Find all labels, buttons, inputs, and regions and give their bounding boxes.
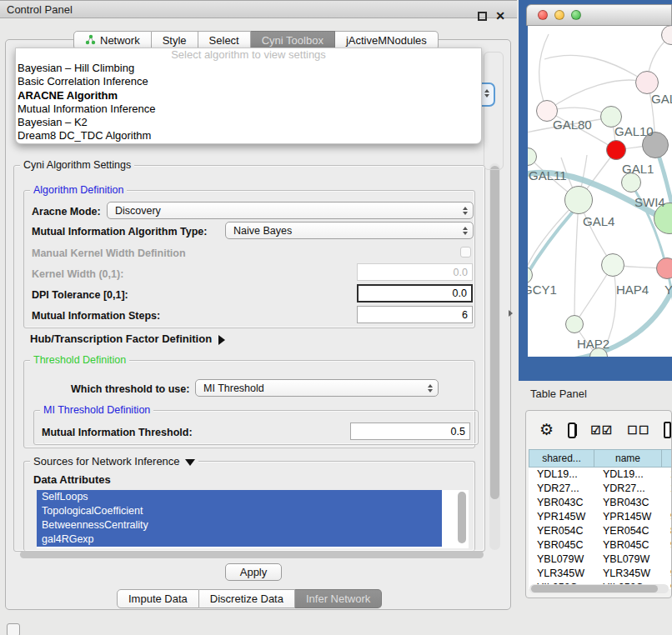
network-window-titlebar[interactable] <box>526 4 672 26</box>
table-row[interactable]: YBR043CYBR043C <box>529 496 672 510</box>
column-header[interactable]: shared... <box>529 449 594 468</box>
which-threshold-combobox[interactable]: MI Threshold <box>195 379 439 397</box>
table-cell: YBR045C <box>594 538 662 552</box>
dropdown-item[interactable]: Bayesian – Hill Climbing <box>16 62 481 75</box>
attr-scroll-thumb[interactable] <box>458 492 466 543</box>
table-row[interactable]: YLR345WYLR345W9. <box>529 567 672 581</box>
aracne-mode-combobox[interactable]: Discovery <box>107 202 474 219</box>
splitpane-arrow[interactable] <box>509 310 513 317</box>
close-icon[interactable]: ✕ <box>495 12 505 21</box>
zoom-traffic-light-icon[interactable] <box>571 10 581 20</box>
mi-threshold-field[interactable]: 0.5 <box>350 422 470 440</box>
tab-impute-data[interactable]: Impute Data <box>117 589 199 608</box>
table-cell: YBR043C <box>594 496 662 510</box>
tab-discretize-data[interactable]: Discretize Data <box>199 589 295 608</box>
table-cell: 12 <box>662 482 672 496</box>
checkbox-unchecked-pair-icon[interactable]: ☐☐ <box>627 423 649 437</box>
dropdown-item[interactable]: ARACNE Algorithm <box>16 89 481 102</box>
attribute-item[interactable]: BetweennessCentrality <box>37 518 442 532</box>
node-label: GAL11 <box>529 168 567 182</box>
attr-items: SelfLoopsTopologicalCoefficientBetweenne… <box>37 490 469 547</box>
checkbox-checked-pair-icon[interactable]: ☑☑ <box>590 423 613 437</box>
minimize-traffic-light-icon[interactable] <box>554 10 564 20</box>
table-rows: YDL19...YDL19...13YDR27...YDR27...12YBR0… <box>529 468 672 589</box>
table-hscroll-thumb[interactable] <box>531 585 658 592</box>
kernel-width-label: Kernel Width (0,1): <box>32 268 123 280</box>
dropdown-item[interactable]: Bayesian – K2 <box>16 116 481 129</box>
table-row[interactable]: YDR27...YDR27...12 <box>529 482 672 496</box>
mi-type-combobox[interactable]: Naive Bayes <box>225 222 474 239</box>
tab-label: Cyni Toolbox <box>262 34 323 47</box>
which-threshold-value: MI Threshold <box>203 382 264 394</box>
tab-label: Infer Network <box>306 592 370 605</box>
dropdown-placeholder: Select algorithm to view settings <box>16 48 481 62</box>
node-label: GAL4 <box>583 214 614 228</box>
hub-section-label: Hub/Transcription Factor Definition <box>30 332 212 345</box>
dropdown-items: Bayesian – Hill ClimbingBasic Correlatio… <box>16 62 481 143</box>
table-cell: YER054C <box>594 524 662 538</box>
threshold-definition-title: Threshold Definition <box>30 354 129 366</box>
node-label: GCY1 <box>528 282 557 297</box>
manual-kernel-checkbox[interactable] <box>460 247 471 258</box>
attr-list-scrollbar[interactable] <box>455 490 469 548</box>
table-cell: YBL079W <box>529 552 594 567</box>
table-cell <box>662 552 672 567</box>
tab-label: jActiveMNodules <box>346 34 427 47</box>
node-label: Y <box>664 282 672 297</box>
table-row[interactable]: YBL079WYBL079W <box>529 552 672 567</box>
dropdown-item[interactable]: Dream8 DC_TDC Algorithm <box>16 129 481 142</box>
dropdown-item[interactable]: Basic Correlation Inference <box>16 75 481 88</box>
attribute-item[interactable]: TopologicalCoefficient <box>37 504 442 518</box>
table-cell: YPR145W <box>594 510 662 524</box>
table-cell: YDR27... <box>529 482 594 496</box>
hub-section-toggle[interactable]: Hub/Transcription Factor Definition <box>30 332 225 345</box>
attribute-item[interactable]: SelfLoops <box>37 490 442 504</box>
tab-infer-network[interactable]: Infer Network <box>295 589 382 608</box>
close-traffic-light-icon[interactable] <box>538 10 548 20</box>
table-cell: 9. <box>662 510 672 524</box>
document-icon[interactable] <box>664 422 671 438</box>
node-table: shared...nameA YDL19...YDL19...13YDR27..… <box>529 449 672 589</box>
table-row[interactable]: YER054CYER054C8. <box>529 524 672 538</box>
columns-icon[interactable] <box>568 422 576 438</box>
table-panel-title: Table Panel <box>530 388 587 400</box>
sources-toggle[interactable]: Sources for Network Inference <box>30 455 198 468</box>
attribute-item[interactable]: gal4RGexp <box>37 532 442 547</box>
algorithm-definition-title: Algorithm Definition <box>30 184 127 196</box>
background-panel-edge <box>484 52 504 170</box>
node-label: HAP4 <box>616 282 649 297</box>
data-attributes-list: SelfLoopsTopologicalCoefficientBetweenne… <box>37 490 469 548</box>
node-label: GAL1 <box>622 162 654 176</box>
column-header[interactable]: name <box>594 449 662 468</box>
bottom-tabs: Impute DataDiscretize DataInfer Network <box>117 589 382 608</box>
settings-horizontal-scroll-thumb[interactable] <box>20 551 484 558</box>
table-cell: YDL19... <box>529 468 594 482</box>
aracne-mode-label: Aracne Mode: <box>32 206 101 218</box>
network-labels: GALGAL80GAL10GAL1GAL11GAL4SWI4GCY1HAP4YH… <box>528 26 672 357</box>
table-header-row: shared...nameA <box>529 449 672 468</box>
mi-steps-field[interactable]: 6 <box>357 306 473 323</box>
network-canvas[interactable]: GALGAL80GAL10GAL1GAL11GAL4SWI4GCY1HAP4YH… <box>528 26 672 357</box>
table-row[interactable]: YPR145WYPR145W9. <box>529 510 672 524</box>
table-cell <box>662 496 672 510</box>
table-row[interactable]: YDL19...YDL19...13 <box>529 468 672 482</box>
table-cell: YBR045C <box>529 538 594 552</box>
apply-button[interactable]: Apply <box>225 563 282 581</box>
table-cell: 9. <box>662 567 672 581</box>
gear-icon[interactable]: ⚙ <box>539 422 554 438</box>
dpi-tolerance-field[interactable]: 0.0 <box>357 284 473 302</box>
tab-label: Network <box>100 34 140 47</box>
mini-window-icon[interactable] <box>7 623 20 635</box>
dropdown-item[interactable]: Mutual Information Inference <box>16 102 481 116</box>
kernel-width-field[interactable]: 0.0 <box>357 263 473 281</box>
settings-vertical-scrollbar[interactable] <box>489 163 500 550</box>
table-cell: 9. <box>662 538 672 552</box>
node-label: GAL <box>651 92 672 106</box>
settings-scroll-thumb[interactable] <box>490 166 499 499</box>
table-cell: YLR345W <box>529 567 594 581</box>
column-header[interactable]: A <box>662 449 672 468</box>
table-row[interactable]: YBR045CYBR045C9. <box>529 538 672 552</box>
table-cell: YDR27... <box>594 482 662 496</box>
float-window-icon[interactable] <box>478 12 487 21</box>
table-horizontal-scrollbar[interactable] <box>529 584 669 593</box>
